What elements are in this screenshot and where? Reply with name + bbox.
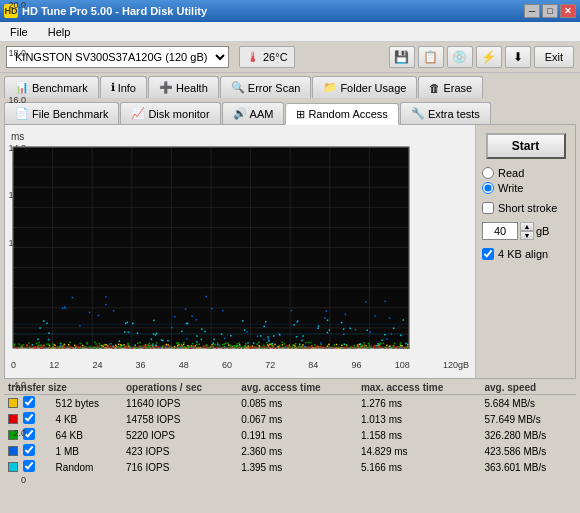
write-radio[interactable] [482,182,494,194]
maximize-button[interactable]: □ [542,4,558,18]
error-scan-icon: 🔍 [231,81,245,94]
row-avg-speed: 363.601 MB/s [481,459,577,475]
chart-canvas-wrapper: 0 12 24 36 48 60 72 84 96 108 120gB [11,143,469,370]
chart-area: ms 20.0 18.0 16.0 14.0 12.0 10.0 8.0 6.0… [5,125,475,378]
title-bar: HD HD Tune Pro 5.00 - Hard Disk Utility … [0,0,580,22]
benchmark-chart [11,143,411,358]
row-avg-access: 0.085 ms [237,395,357,412]
row-label: 64 KB [52,427,122,443]
tab-extra-tests-label: Extra tests [428,108,480,120]
row-label: Random [52,459,122,475]
row-label: 1 MB [52,443,122,459]
read-radio[interactable] [482,167,494,179]
toolbar: KINGSTON SV300S37A120G (120 gB) 🌡 26°C 💾… [0,42,580,73]
spinner-arrows: ▲ ▼ [520,222,534,240]
random-access-icon: ⊞ [296,108,305,121]
header-ops: operations / sec [122,381,237,395]
row-max-access: 1.276 ms [357,395,481,412]
row-max-access: 1.013 ms [357,411,481,427]
read-radio-label[interactable]: Read [482,167,569,179]
row-avg-access: 1.395 ms [237,459,357,475]
tab-disk-monitor[interactable]: 📈 Disk monitor [120,102,220,124]
right-panel: Start Read Write Short stroke ▲ ▼ gB [475,125,575,378]
tab-row-1: 📊 Benchmark ℹ Info ➕ Health 🔍 Error Scan… [0,73,580,98]
toolbar-icon-power[interactable]: ⚡ [476,46,502,68]
header-avg-access: avg. access time [237,381,357,395]
row-max-access: 1.158 ms [357,427,481,443]
row-avg-speed: 326.280 MB/s [481,427,577,443]
header-avg-speed: avg. speed [481,381,577,395]
row-label: 512 bytes [52,395,122,412]
header-max-access: max. access time [357,381,481,395]
row-ops: 716 IOPS [122,459,237,475]
table-row: 64 KB 5220 IOPS 0.191 ms 1.158 ms 326.28… [4,427,576,443]
toolbar-icon-disk[interactable]: 💿 [447,46,473,68]
row-max-access: 5.166 ms [357,459,481,475]
short-stroke-label[interactable]: Short stroke [482,202,569,214]
gb-input[interactable] [482,222,518,240]
row-ops: 11640 IOPS [122,395,237,412]
drive-select[interactable]: KINGSTON SV300S37A120G (120 gB) [6,46,229,68]
menu-bar: File Help [0,22,580,42]
close-button[interactable]: ✕ [560,4,576,18]
table-row: 4 KB 14758 IOPS 0.067 ms 1.013 ms 57.649… [4,411,576,427]
tab-file-benchmark-label: File Benchmark [32,108,108,120]
tab-random-access[interactable]: ⊞ Random Access [285,103,398,125]
table-row: Random 716 IOPS 1.395 ms 5.166 ms 363.60… [4,459,576,475]
tab-info[interactable]: ℹ Info [100,76,147,98]
row-avg-access: 0.067 ms [237,411,357,427]
data-table: transfer size operations / sec avg. acce… [4,381,576,475]
read-label: Read [498,167,524,179]
gb-unit: gB [536,225,549,237]
info-icon: ℹ [111,81,115,94]
row-avg-speed: 57.649 MB/s [481,411,577,427]
tab-health[interactable]: ➕ Health [148,76,219,98]
tab-extra-tests[interactable]: 🔧 Extra tests [400,102,491,124]
kb-align-label[interactable]: 4 KB align [482,248,569,260]
tab-folder-usage[interactable]: 📁 Folder Usage [312,76,417,98]
tab-info-label: Info [118,82,136,94]
row-avg-speed: 423.586 MB/s [481,443,577,459]
table-row: 512 bytes 11640 IOPS 0.085 ms 1.276 ms 5… [4,395,576,412]
tab-row-2: 📄 File Benchmark 📈 Disk monitor 🔊 AAM ⊞ … [0,99,580,124]
tab-health-label: Health [176,82,208,94]
spinner-up[interactable]: ▲ [520,222,534,231]
tab-erase-label: Erase [443,82,472,94]
read-write-group: Read Write [482,167,569,194]
main-content: ms 20.0 18.0 16.0 14.0 12.0 10.0 8.0 6.0… [4,124,576,379]
row-ops: 5220 IOPS [122,427,237,443]
toolbar-icon-down[interactable]: ⬇ [505,46,531,68]
extra-tests-icon: 🔧 [411,107,425,120]
row-max-access: 14.829 ms [357,443,481,459]
write-radio-label[interactable]: Write [482,182,569,194]
health-icon: ➕ [159,81,173,94]
table-header-row: transfer size operations / sec avg. acce… [4,381,576,395]
toolbar-icon-save[interactable]: 💾 [389,46,415,68]
kb-align-text: 4 KB align [498,248,548,260]
table-row: 1 MB 423 IOPS 2.360 ms 14.829 ms 423.586… [4,443,576,459]
tab-disk-monitor-label: Disk monitor [148,108,209,120]
toolbar-icon-copy[interactable]: 📋 [418,46,444,68]
tab-aam-label: AAM [250,108,274,120]
row-ops: 423 IOPS [122,443,237,459]
start-button[interactable]: Start [486,133,566,159]
short-stroke-checkbox[interactable] [482,202,494,214]
thermometer-icon: 🌡 [246,49,260,65]
row-ops: 14758 IOPS [122,411,237,427]
erase-icon: 🗑 [429,82,440,94]
disk-monitor-icon: 📈 [131,107,145,120]
tab-erase[interactable]: 🗑 Erase [418,76,483,98]
tab-error-scan[interactable]: 🔍 Error Scan [220,76,312,98]
menu-help[interactable]: Help [42,24,77,40]
kb-align-checkbox[interactable] [482,248,494,260]
spinner-down[interactable]: ▼ [520,231,534,240]
tab-folder-label: Folder Usage [340,82,406,94]
tab-benchmark-label: Benchmark [32,82,88,94]
tab-random-access-label: Random Access [308,108,387,120]
minimize-button[interactable]: ─ [524,4,540,18]
exit-button[interactable]: Exit [534,46,574,68]
row-avg-access: 2.360 ms [237,443,357,459]
short-stroke-text: Short stroke [498,202,557,214]
gb-spinner: ▲ ▼ gB [482,222,569,240]
tab-aam[interactable]: 🔊 AAM [222,102,285,124]
